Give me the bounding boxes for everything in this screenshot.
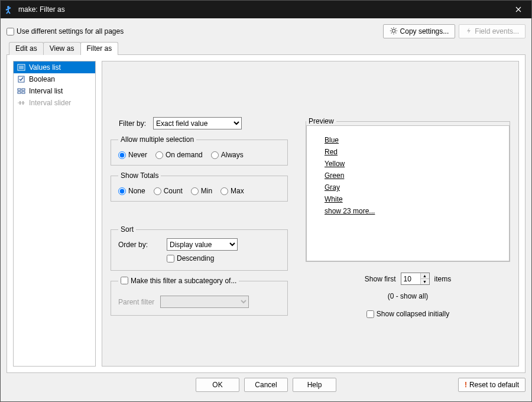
gear-icon [390, 27, 398, 37]
svg-point-2 [392, 29, 395, 32]
radio-none[interactable]: None [118, 187, 145, 195]
radio-count[interactable]: Count [154, 187, 183, 195]
spin-up-icon: ▲ [421, 273, 429, 279]
window-title: make: Filter as [18, 5, 505, 14]
filter-type-list[interactable]: Values list Boolean Interval list Interv… [13, 61, 96, 367]
svg-line-7 [391, 28, 391, 28]
order-by-label: Order by: [118, 241, 160, 249]
top-row: Use different settings for all pages Cop… [7, 24, 525, 38]
warning-icon: ! [465, 381, 467, 389]
preview-fieldset: Preview Blue Red Yellow Green Gray White… [306, 117, 510, 262]
allow-multiple-legend: Allow multiple selection [118, 135, 196, 144]
order-by-select[interactable]: Display value [167, 238, 238, 251]
show-totals-legend: Show Totals [118, 171, 161, 180]
dialog-window: make: Filter as Use different settings f… [0, 0, 532, 402]
filter-by-label: Filter by: [111, 119, 146, 128]
reset-button[interactable]: ! Reset to default [458, 378, 525, 392]
radio-always[interactable]: Always [211, 151, 244, 159]
radio-on-demand[interactable]: On demand [155, 151, 203, 159]
show-first-value[interactable] [401, 273, 420, 284]
show-totals-fieldset: Show Totals None Count Min Max [111, 171, 288, 202]
parent-filter-select [160, 296, 249, 308]
tab-panel: Values list Boolean Interval list Interv… [7, 54, 525, 373]
svg-rect-16 [18, 89, 21, 90]
slider-icon [17, 99, 25, 107]
sort-fieldset: Sort Order by: Display value Descending [111, 225, 288, 271]
sort-legend: Sort [118, 225, 136, 234]
svg-line-10 [395, 28, 396, 28]
svg-rect-22 [22, 101, 24, 105]
help-button[interactable]: Help [293, 378, 336, 392]
tab-view-as[interactable]: View as [43, 42, 81, 55]
tabs: Edit as View as Filter as [9, 42, 525, 55]
show-first-row: Show first ▲▼ items [306, 273, 510, 285]
spinner[interactable]: ▲▼ [420, 273, 429, 284]
show-first-items: items [434, 275, 452, 283]
svg-rect-21 [20, 101, 21, 105]
radio-max[interactable]: Max [220, 187, 244, 195]
preview-item[interactable]: Green [325, 170, 491, 181]
subcategory-checkbox[interactable]: Make this filter a subcategory of... [121, 277, 236, 285]
descending-checkbox[interactable]: Descending [167, 254, 214, 262]
list-item-values-list[interactable]: Values list [14, 61, 95, 73]
lightning-icon [465, 27, 472, 36]
preview-item[interactable]: Blue [325, 134, 491, 146]
preview-item[interactable]: Red [325, 146, 491, 158]
tab-edit-as[interactable]: Edit as [9, 42, 44, 55]
preview-item[interactable]: White [325, 193, 491, 205]
tab-filter-as[interactable]: Filter as [80, 42, 119, 55]
use-different-label: Use different settings for all pages [17, 27, 124, 35]
radio-never[interactable]: Never [118, 151, 147, 159]
app-icon [5, 5, 15, 14]
field-events-label: Field events... [475, 27, 519, 35]
checkbox-icon [17, 75, 25, 83]
filter-by-select[interactable]: Exact field value [153, 117, 242, 129]
dialog-body: Use different settings for all pages Cop… [1, 18, 531, 401]
field-events-button: Field events... [459, 24, 525, 38]
list-item-boolean[interactable]: Boolean [14, 73, 95, 85]
show-collapsed-checkbox[interactable]: Show collapsed initially [366, 310, 449, 318]
preview-show-more[interactable]: show 23 more... [325, 205, 491, 217]
titlebar: make: Filter as [1, 1, 531, 18]
svg-rect-18 [18, 92, 21, 93]
show-first-input[interactable]: ▲▼ [401, 273, 430, 285]
svg-rect-17 [22, 89, 25, 90]
settings-pane: Filter by: Exact field value Allow multi… [102, 61, 519, 367]
interval-list-icon [17, 87, 25, 95]
svg-line-8 [395, 33, 396, 33]
ok-button[interactable]: OK [196, 378, 239, 392]
preview-legend: Preview [306, 117, 336, 125]
use-different-checkbox[interactable]: Use different settings for all pages [7, 27, 124, 35]
list-icon [17, 63, 25, 72]
copy-settings-label: Copy settings... [400, 27, 449, 35]
show-first-hint: (0 - show all) [306, 292, 510, 300]
svg-rect-19 [22, 92, 25, 93]
filter-by-row: Filter by: Exact field value [111, 117, 288, 129]
cancel-button[interactable]: Cancel [244, 378, 288, 392]
footer: OK Cancel Help ! Reset to default [7, 373, 525, 397]
copy-settings-button[interactable]: Copy settings... [383, 24, 456, 38]
preview-item[interactable]: Gray [325, 181, 491, 193]
subcategory-fieldset: Make this filter a subcategory of... Par… [111, 277, 288, 316]
parent-filter-label: Parent filter [118, 298, 154, 306]
list-item-interval-slider: Interval slider [14, 97, 95, 109]
preview-item[interactable]: Yellow [325, 158, 491, 170]
preview-box: Blue Red Yellow Green Gray White show 23… [306, 125, 510, 261]
show-first-label: Show first [365, 275, 396, 283]
radio-min[interactable]: Min [191, 187, 212, 195]
list-item-interval-list[interactable]: Interval list [14, 85, 95, 97]
close-button[interactable] [505, 1, 531, 18]
svg-line-9 [391, 33, 391, 33]
allow-multiple-fieldset: Allow multiple selection Never On demand… [111, 135, 288, 166]
spin-down-icon: ▼ [421, 279, 429, 284]
